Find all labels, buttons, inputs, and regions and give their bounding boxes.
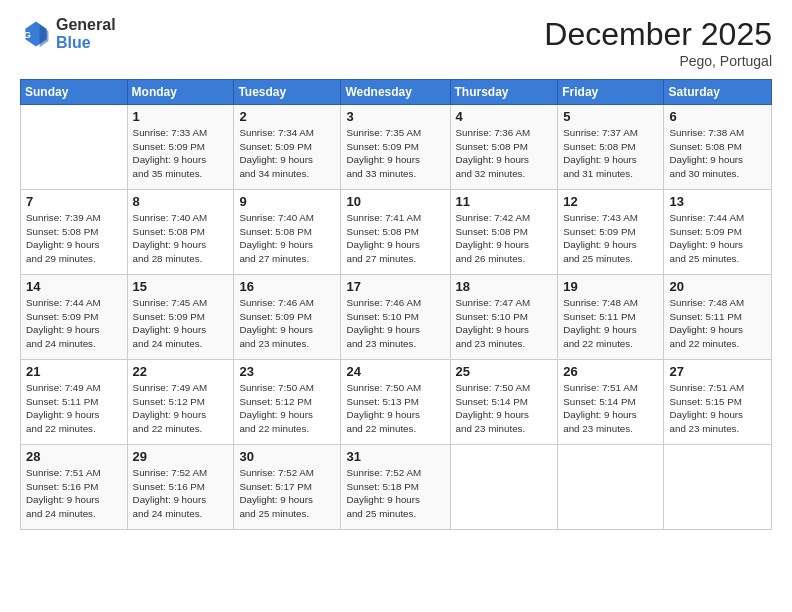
calendar-day-cell: 4Sunrise: 7:36 AMSunset: 5:08 PMDaylight…	[450, 105, 558, 190]
day-info: Sunrise: 7:34 AMSunset: 5:09 PMDaylight:…	[239, 126, 335, 181]
day-number: 28	[26, 449, 122, 464]
calendar-day-cell: 1Sunrise: 7:33 AMSunset: 5:09 PMDaylight…	[127, 105, 234, 190]
day-info: Sunrise: 7:42 AMSunset: 5:08 PMDaylight:…	[456, 211, 553, 266]
calendar-day-cell: 27Sunrise: 7:51 AMSunset: 5:15 PMDayligh…	[664, 360, 772, 445]
day-number: 25	[456, 364, 553, 379]
day-number: 15	[133, 279, 229, 294]
calendar-day-cell: 7Sunrise: 7:39 AMSunset: 5:08 PMDaylight…	[21, 190, 128, 275]
svg-text:G: G	[24, 28, 32, 39]
day-info: Sunrise: 7:50 AMSunset: 5:14 PMDaylight:…	[456, 381, 553, 436]
calendar-table: SundayMondayTuesdayWednesdayThursdayFrid…	[20, 79, 772, 530]
logo-text: General Blue	[56, 16, 116, 51]
calendar-day-cell: 25Sunrise: 7:50 AMSunset: 5:14 PMDayligh…	[450, 360, 558, 445]
day-number: 22	[133, 364, 229, 379]
day-info: Sunrise: 7:41 AMSunset: 5:08 PMDaylight:…	[346, 211, 444, 266]
day-info: Sunrise: 7:44 AMSunset: 5:09 PMDaylight:…	[669, 211, 766, 266]
day-info: Sunrise: 7:40 AMSunset: 5:08 PMDaylight:…	[133, 211, 229, 266]
calendar-day-cell: 23Sunrise: 7:50 AMSunset: 5:12 PMDayligh…	[234, 360, 341, 445]
svg-marker-1	[40, 25, 49, 47]
calendar-day-cell: 13Sunrise: 7:44 AMSunset: 5:09 PMDayligh…	[664, 190, 772, 275]
day-number: 26	[563, 364, 658, 379]
day-info: Sunrise: 7:33 AMSunset: 5:09 PMDaylight:…	[133, 126, 229, 181]
day-number: 20	[669, 279, 766, 294]
day-number: 27	[669, 364, 766, 379]
day-number: 19	[563, 279, 658, 294]
month-title: December 2025	[544, 16, 772, 53]
calendar-day-cell: 19Sunrise: 7:48 AMSunset: 5:11 PMDayligh…	[558, 275, 664, 360]
day-info: Sunrise: 7:46 AMSunset: 5:09 PMDaylight:…	[239, 296, 335, 351]
calendar-day-cell	[21, 105, 128, 190]
day-info: Sunrise: 7:43 AMSunset: 5:09 PMDaylight:…	[563, 211, 658, 266]
calendar-day-cell: 2Sunrise: 7:34 AMSunset: 5:09 PMDaylight…	[234, 105, 341, 190]
day-info: Sunrise: 7:45 AMSunset: 5:09 PMDaylight:…	[133, 296, 229, 351]
day-number: 16	[239, 279, 335, 294]
calendar-day-cell: 16Sunrise: 7:46 AMSunset: 5:09 PMDayligh…	[234, 275, 341, 360]
day-number: 8	[133, 194, 229, 209]
day-number: 23	[239, 364, 335, 379]
location: Pego, Portugal	[544, 53, 772, 69]
calendar-day-cell: 6Sunrise: 7:38 AMSunset: 5:08 PMDaylight…	[664, 105, 772, 190]
calendar-day-cell: 28Sunrise: 7:51 AMSunset: 5:16 PMDayligh…	[21, 445, 128, 530]
calendar-day-cell: 15Sunrise: 7:45 AMSunset: 5:09 PMDayligh…	[127, 275, 234, 360]
calendar-day-cell: 12Sunrise: 7:43 AMSunset: 5:09 PMDayligh…	[558, 190, 664, 275]
header: G General Blue December 2025 Pego, Portu…	[20, 16, 772, 69]
day-number: 14	[26, 279, 122, 294]
day-number: 9	[239, 194, 335, 209]
calendar-day-cell: 30Sunrise: 7:52 AMSunset: 5:17 PMDayligh…	[234, 445, 341, 530]
day-info: Sunrise: 7:51 AMSunset: 5:15 PMDaylight:…	[669, 381, 766, 436]
calendar-day-cell: 10Sunrise: 7:41 AMSunset: 5:08 PMDayligh…	[341, 190, 450, 275]
calendar-week-row: 21Sunrise: 7:49 AMSunset: 5:11 PMDayligh…	[21, 360, 772, 445]
day-info: Sunrise: 7:38 AMSunset: 5:08 PMDaylight:…	[669, 126, 766, 181]
calendar-day-cell	[558, 445, 664, 530]
day-info: Sunrise: 7:37 AMSunset: 5:08 PMDaylight:…	[563, 126, 658, 181]
day-info: Sunrise: 7:52 AMSunset: 5:16 PMDaylight:…	[133, 466, 229, 521]
calendar-day-cell	[450, 445, 558, 530]
calendar-header-row: SundayMondayTuesdayWednesdayThursdayFrid…	[21, 80, 772, 105]
day-info: Sunrise: 7:50 AMSunset: 5:12 PMDaylight:…	[239, 381, 335, 436]
weekday-header: Saturday	[664, 80, 772, 105]
day-number: 17	[346, 279, 444, 294]
page: G General Blue December 2025 Pego, Portu…	[0, 0, 792, 612]
calendar-day-cell: 21Sunrise: 7:49 AMSunset: 5:11 PMDayligh…	[21, 360, 128, 445]
calendar-day-cell: 22Sunrise: 7:49 AMSunset: 5:12 PMDayligh…	[127, 360, 234, 445]
calendar-week-row: 28Sunrise: 7:51 AMSunset: 5:16 PMDayligh…	[21, 445, 772, 530]
day-info: Sunrise: 7:35 AMSunset: 5:09 PMDaylight:…	[346, 126, 444, 181]
day-number: 10	[346, 194, 444, 209]
calendar-day-cell: 14Sunrise: 7:44 AMSunset: 5:09 PMDayligh…	[21, 275, 128, 360]
calendar-week-row: 14Sunrise: 7:44 AMSunset: 5:09 PMDayligh…	[21, 275, 772, 360]
calendar-day-cell: 8Sunrise: 7:40 AMSunset: 5:08 PMDaylight…	[127, 190, 234, 275]
day-number: 12	[563, 194, 658, 209]
day-info: Sunrise: 7:44 AMSunset: 5:09 PMDaylight:…	[26, 296, 122, 351]
day-number: 30	[239, 449, 335, 464]
weekday-header: Wednesday	[341, 80, 450, 105]
day-info: Sunrise: 7:36 AMSunset: 5:08 PMDaylight:…	[456, 126, 553, 181]
calendar-day-cell: 3Sunrise: 7:35 AMSunset: 5:09 PMDaylight…	[341, 105, 450, 190]
calendar-day-cell: 26Sunrise: 7:51 AMSunset: 5:14 PMDayligh…	[558, 360, 664, 445]
day-number: 11	[456, 194, 553, 209]
calendar-day-cell: 9Sunrise: 7:40 AMSunset: 5:08 PMDaylight…	[234, 190, 341, 275]
calendar-week-row: 7Sunrise: 7:39 AMSunset: 5:08 PMDaylight…	[21, 190, 772, 275]
logo: G General Blue	[20, 16, 116, 51]
day-number: 4	[456, 109, 553, 124]
day-number: 29	[133, 449, 229, 464]
day-number: 24	[346, 364, 444, 379]
calendar-day-cell: 24Sunrise: 7:50 AMSunset: 5:13 PMDayligh…	[341, 360, 450, 445]
day-info: Sunrise: 7:52 AMSunset: 5:18 PMDaylight:…	[346, 466, 444, 521]
day-info: Sunrise: 7:39 AMSunset: 5:08 PMDaylight:…	[26, 211, 122, 266]
logo-general-text: General	[56, 16, 116, 34]
calendar-week-row: 1Sunrise: 7:33 AMSunset: 5:09 PMDaylight…	[21, 105, 772, 190]
day-number: 2	[239, 109, 335, 124]
weekday-header: Sunday	[21, 80, 128, 105]
calendar-day-cell: 11Sunrise: 7:42 AMSunset: 5:08 PMDayligh…	[450, 190, 558, 275]
calendar-day-cell: 31Sunrise: 7:52 AMSunset: 5:18 PMDayligh…	[341, 445, 450, 530]
weekday-header: Friday	[558, 80, 664, 105]
logo-icon: G	[20, 18, 52, 50]
day-info: Sunrise: 7:47 AMSunset: 5:10 PMDaylight:…	[456, 296, 553, 351]
day-number: 31	[346, 449, 444, 464]
day-info: Sunrise: 7:51 AMSunset: 5:16 PMDaylight:…	[26, 466, 122, 521]
day-info: Sunrise: 7:49 AMSunset: 5:12 PMDaylight:…	[133, 381, 229, 436]
day-number: 18	[456, 279, 553, 294]
day-info: Sunrise: 7:49 AMSunset: 5:11 PMDaylight:…	[26, 381, 122, 436]
calendar-day-cell: 5Sunrise: 7:37 AMSunset: 5:08 PMDaylight…	[558, 105, 664, 190]
calendar-day-cell: 20Sunrise: 7:48 AMSunset: 5:11 PMDayligh…	[664, 275, 772, 360]
